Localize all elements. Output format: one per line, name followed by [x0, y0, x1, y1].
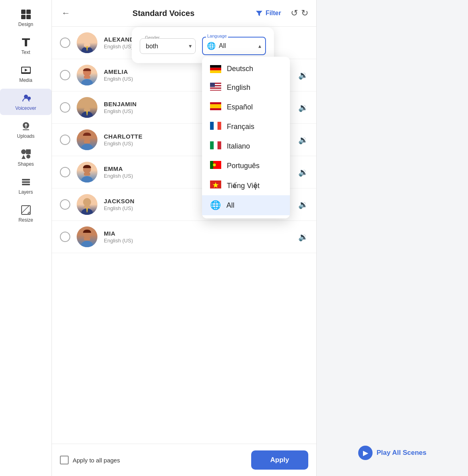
apply-button[interactable]: Apply	[251, 450, 308, 470]
gender-dropdown-group: Gender both male female ▾	[140, 38, 196, 54]
text-icon	[20, 37, 32, 48]
sidebar-item-media[interactable]: Media	[0, 61, 52, 87]
main-panel: ← Standard Voices Filter ↺ ↻ Gender both…	[52, 0, 316, 476]
svg-rect-24	[210, 67, 221, 70]
apply-all-pages-text: Apply to all pages	[73, 457, 120, 464]
filter-popup: Gender both male female ▾ Language 🌐 All…	[132, 27, 274, 63]
sound-icon-jackson[interactable]: 🔉	[298, 200, 308, 209]
svg-rect-41	[214, 141, 217, 149]
svg-point-48	[83, 36, 91, 44]
lang-option-portugues[interactable]: Português	[202, 156, 290, 176]
language-button[interactable]: 🌐 All ▴	[202, 37, 266, 55]
flag-deutsch	[210, 65, 221, 73]
radio-alexander[interactable]	[60, 38, 70, 48]
sidebar-label-media: Media	[19, 77, 32, 83]
redo-button[interactable]: ↻	[301, 8, 308, 18]
sidebar-label-uploads: Uploads	[17, 133, 34, 139]
sound-icon-amelia[interactable]: 🔉	[298, 70, 308, 80]
avatar-mia	[77, 226, 97, 247]
back-button[interactable]: ←	[60, 6, 72, 20]
shapes-icon	[20, 149, 32, 160]
svg-rect-55	[84, 75, 90, 79]
apply-all-pages-label[interactable]: Apply to all pages	[60, 456, 120, 464]
svg-rect-40	[210, 141, 214, 149]
language-menu: Deutsch	[202, 57, 290, 218]
lang-option-espanol[interactable]: Español	[202, 97, 290, 117]
radio-amelia[interactable]	[60, 70, 70, 80]
avatar-benjamin	[77, 97, 97, 118]
sound-icon-mia[interactable]: 🔉	[298, 232, 308, 242]
lang-option-english[interactable]: English	[202, 78, 290, 97]
lang-label-deutsch: Deutsch	[227, 65, 253, 73]
sidebar-label-shapes: Shapes	[18, 161, 34, 167]
voice-item-mia[interactable]: MIA English (US) 🔉	[52, 221, 316, 253]
gender-select[interactable]: both male female	[140, 38, 196, 54]
radio-emma[interactable]	[60, 167, 70, 177]
svg-rect-42	[218, 141, 221, 149]
flag-portugues	[210, 161, 221, 171]
play-circle-icon: ▶	[358, 446, 373, 460]
avatar-svg-mia	[77, 228, 97, 247]
avatar-emma	[77, 162, 97, 182]
radio-benjamin[interactable]	[60, 102, 70, 113]
lang-option-italiano[interactable]: Italiano	[202, 137, 290, 156]
svg-point-61	[81, 144, 93, 150]
lang-option-deutsch[interactable]: Deutsch	[202, 60, 290, 78]
sidebar-item-voiceover[interactable]: Voiceover	[0, 89, 52, 115]
svg-rect-0	[21, 10, 26, 14]
svg-rect-2	[21, 15, 26, 19]
svg-rect-3	[26, 15, 31, 19]
sidebar-item-text[interactable]: Text	[0, 33, 52, 59]
lang-option-francais[interactable]: Français	[202, 117, 290, 137]
filter-button[interactable]: Filter	[255, 9, 281, 17]
svg-rect-58	[84, 108, 90, 111]
voice-name-mia: MIA	[104, 230, 292, 237]
svg-rect-19	[22, 179, 30, 180]
play-all-scenes-button[interactable]: ▶ Play All Scenes	[358, 446, 426, 460]
svg-rect-65	[84, 173, 90, 176]
lang-label-all: All	[226, 201, 234, 210]
header: ← Standard Voices Filter ↺ ↻	[52, 0, 316, 27]
svg-rect-39	[218, 122, 221, 130]
sound-icon-charlotte[interactable]: 🔉	[298, 135, 308, 145]
voice-info-mia: MIA English (US)	[104, 230, 292, 244]
flag-italiano	[210, 141, 221, 151]
sidebar-item-design[interactable]: Design	[0, 5, 52, 31]
apply-all-pages-checkbox[interactable]	[60, 456, 69, 464]
lang-label-english: English	[227, 83, 250, 92]
sidebar-item-resize[interactable]: Resize	[0, 200, 52, 227]
svg-point-16	[21, 149, 26, 154]
radio-jackson[interactable]	[60, 199, 70, 210]
svg-point-64	[81, 176, 93, 182]
sidebar-item-layers[interactable]: Layers	[0, 173, 52, 199]
svg-rect-1	[26, 10, 31, 14]
svg-rect-72	[84, 237, 90, 240]
svg-rect-32	[210, 89, 221, 90]
radio-charlotte[interactable]	[60, 135, 70, 145]
sidebar-item-shapes[interactable]: Shapes	[0, 145, 52, 171]
svg-rect-25	[210, 70, 221, 73]
avatar-alexander	[77, 32, 97, 53]
svg-rect-6	[22, 38, 30, 40]
sidebar-label-voiceover: Voiceover	[15, 105, 36, 111]
play-all-label: Play All Scenes	[377, 449, 426, 457]
svg-rect-68	[84, 205, 90, 208]
sound-icon-benjamin[interactable]: 🔉	[298, 103, 308, 112]
sound-icon-emma[interactable]: 🔉	[298, 167, 308, 177]
svg-rect-34	[210, 83, 215, 87]
design-icon	[20, 9, 32, 20]
lang-label-portugues: Português	[227, 162, 260, 170]
avatar-svg-amelia	[77, 66, 97, 85]
svg-rect-62	[84, 140, 90, 143]
lang-option-all[interactable]: 🌐 All	[202, 195, 290, 215]
language-value: All	[219, 42, 226, 50]
radio-mia[interactable]	[60, 232, 70, 242]
lang-option-tieng-viet[interactable]: Tiếng Việt	[202, 176, 290, 195]
undo-button[interactable]: ↺	[291, 8, 298, 18]
svg-rect-18	[26, 155, 30, 159]
svg-point-71	[81, 241, 93, 247]
voiceover-icon	[20, 93, 32, 104]
voice-lang-mia: English (US)	[104, 238, 292, 244]
svg-rect-15	[26, 149, 31, 154]
sidebar-item-uploads[interactable]: Uploads	[0, 117, 52, 143]
